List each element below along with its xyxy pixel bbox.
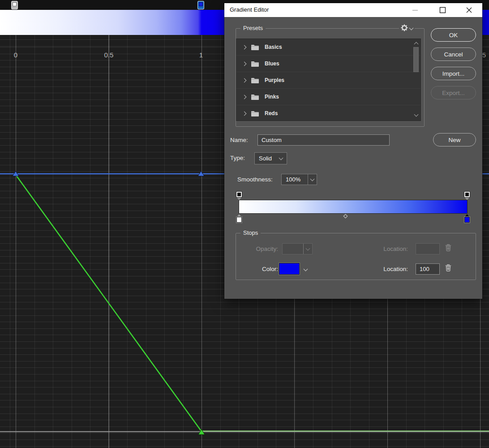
smoothness-value: 100% [286,176,300,183]
color-stop-white[interactable] [236,217,242,223]
type-select[interactable]: Solid [254,152,287,164]
stops-legend: Stops [240,229,261,236]
opacity-dropdown-button [304,247,312,251]
color-location-label: Location: [374,266,408,272]
folder-icon [251,77,259,84]
axis-label: 1 [199,51,203,59]
scroll-up-icon[interactable] [414,42,419,47]
presets-menu-button[interactable] [399,24,415,31]
preset-folder-reds[interactable]: Reds [236,105,420,121]
chevron-right-icon [242,78,247,82]
chevron-down-icon [409,26,414,30]
delete-color-stop-button[interactable] [445,264,452,273]
delete-opacity-stop-button [445,244,452,253]
name-label: Name: [230,137,248,143]
scroll-down-icon[interactable] [414,112,419,117]
folder-icon [251,44,259,51]
chevron-right-icon [242,95,247,99]
chevron-down-icon [306,246,310,250]
ok-button[interactable]: OK [431,28,476,42]
color-swatch[interactable] [279,263,300,275]
presets-legend: Presets [240,25,266,31]
preset-folder-blues[interactable]: Blues [236,56,420,72]
color-location-input[interactable] [416,263,440,275]
presets-scrollbar[interactable] [413,40,420,120]
new-button[interactable]: New [433,133,476,146]
color-label: Color: [236,266,278,272]
chevron-right-icon [242,45,247,49]
opacity-label: Opacity: [236,246,278,252]
cancel-button[interactable]: Cancel [431,47,476,61]
type-value: Solid [259,155,272,162]
gradient-editor-dialog: Gradient Editor Presets [224,3,482,299]
color-stop-blue[interactable] [464,217,470,223]
midpoint-diamond[interactable] [343,214,348,219]
track-stop-marker-white[interactable] [11,1,18,9]
stop-inner-swatch [199,2,203,6]
preset-folder-pinks[interactable]: Pinks [236,89,420,105]
screen: 0 0.5 1 5 Gradient Editor Prese [0,0,489,448]
minimize-icon[interactable] [412,7,419,13]
preset-folder-purples[interactable]: Purples [236,72,420,89]
close-icon[interactable] [466,7,472,13]
gear-icon [401,24,408,31]
preset-folder-label: Basics [265,44,282,50]
folder-icon [251,60,259,67]
dialog-title: Gradient Editor [230,6,269,13]
opacity-stop-left[interactable] [236,192,242,197]
axis-label: 0.5 [104,51,114,59]
axis-label: 5 [482,51,486,59]
opacity-stop-right[interactable] [464,192,470,197]
smoothness-label: Smoothness: [237,176,273,183]
export-button: Export... [431,86,476,99]
stop-inner-swatch [13,2,17,6]
scrollbar-thumb[interactable] [413,47,419,72]
stops-group: Stops [236,233,476,280]
smoothness-combo[interactable]: 100% [281,174,317,185]
folder-icon [251,110,259,117]
name-input[interactable] [257,134,390,146]
preset-folder-label: Blues [265,60,279,67]
axis-label: 0 [14,51,17,59]
trash-icon [445,244,452,251]
opacity-location-field [416,243,440,254]
chevron-right-icon [242,61,247,66]
type-label: Type: [230,155,245,161]
trash-icon [445,264,452,271]
chevron-down-icon [279,155,283,160]
preset-folder-label: Reds [265,110,278,116]
opacity-location-label: Location: [374,246,408,252]
dialog-titlebar: Gradient Editor [224,3,482,17]
track-stop-marker-blue[interactable] [197,1,204,9]
preset-folder-label: Purples [265,77,284,83]
opacity-field [282,243,313,254]
chevron-right-icon [242,111,247,116]
preset-folder-basics[interactable]: Basics [236,39,420,56]
gradient-edit-bar[interactable] [239,200,468,214]
presets-list: Basics Blues Purples Pinks [236,39,421,121]
chevron-down-icon [310,177,315,181]
maximize-icon[interactable] [439,7,446,13]
folder-icon [251,94,259,100]
preset-folder-label: Pinks [265,94,279,100]
smoothness-dropdown-button[interactable] [308,177,317,182]
dialog-body: Presets [224,17,482,299]
import-button[interactable]: Import... [431,67,476,80]
